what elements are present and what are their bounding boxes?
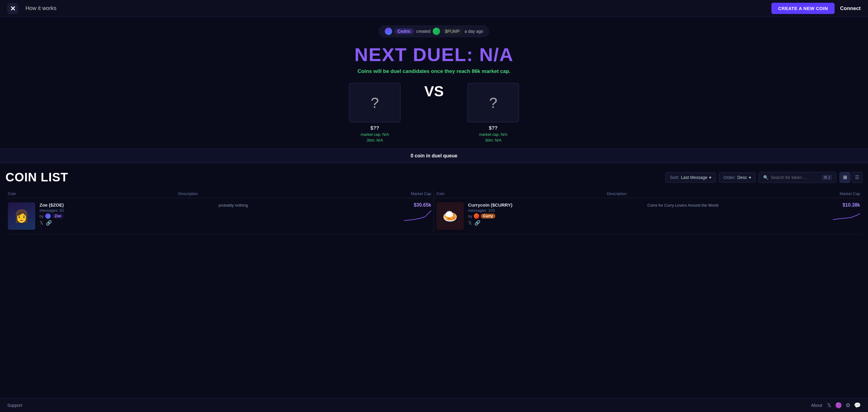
sort-bar: Sort: Last Message ▾ Order: Desc ▾ 🔍 ⌘ J… <box>665 172 863 183</box>
footer-support-link[interactable]: Support <box>7 403 22 408</box>
ticker-action: created <box>416 29 431 34</box>
hero-section: Cedric created $PUMP a day ago NEXT DUEL… <box>0 17 868 149</box>
coin-market-cap-zoe: $30.65k <box>404 202 431 208</box>
table-headers: Coin Description Market Cap Coin Descrip… <box>5 189 863 198</box>
duel-left-card: ? <box>349 83 401 122</box>
search-icon: 🔍 <box>763 175 768 180</box>
ticker-token: $PUMP <box>442 28 462 34</box>
duel-vs-label: VS <box>401 83 467 112</box>
coin-name-curry: Currycoin ($CURRY) <box>468 202 643 208</box>
footer-discord-icon[interactable]: 🟣 <box>835 402 842 409</box>
navbar: ✕ How it works CREATE A NEW COIN Connect <box>0 0 868 17</box>
create-coin-button[interactable]: CREATE A NEW COIN <box>771 3 835 14</box>
col-header-coin-left: Coin <box>5 192 176 196</box>
hero-title-value: N/A <box>479 44 514 65</box>
order-dropdown[interactable]: Order: Desc ▾ <box>719 172 756 183</box>
duel-left-market-cap: market cap: N/A <box>361 132 389 137</box>
order-chevron-icon: ▾ <box>749 175 751 180</box>
col-header-mcap-left: Market Cap <box>346 192 434 196</box>
hero-subtitle-highlight: 86k market cap. <box>472 68 510 74</box>
queue-count: 0 coin in duel queue <box>411 153 457 158</box>
sort-chevron-icon: ▾ <box>709 175 711 180</box>
coin-by-label-curry: by <box>468 214 472 218</box>
queue-banner: 0 coin in duel queue <box>0 149 868 163</box>
footer-about-link[interactable]: About <box>811 403 822 408</box>
coin-list-header: COIN LIST Sort: Last Message ▾ Order: De… <box>5 171 863 184</box>
duel-right-price: $?? <box>489 125 497 131</box>
sort-label: Sort: <box>670 175 679 180</box>
duel-right-change: 30m: N/A <box>485 138 501 143</box>
hero-title: NEXT DUEL: N/A <box>6 44 862 65</box>
coin-list-title: COIN LIST <box>5 171 660 184</box>
duel-left-price: $?? <box>371 125 379 131</box>
coin-row-curry[interactable]: 🍛 Currycoin ($CURRY) messages: 103 by Cu… <box>434 198 863 234</box>
coin-twitter-icon-zoe[interactable]: 𝕏 <box>39 220 43 226</box>
coin-creator-zoe[interactable]: Zoe <box>52 214 63 218</box>
coin-chart-curry <box>833 209 860 221</box>
duel-left-change: 30m: N/A <box>367 138 383 143</box>
coin-twitter-icon-curry[interactable]: 𝕏 <box>468 220 472 226</box>
duel-left-symbol: ? <box>371 94 379 111</box>
footer: Support About 𝕏 🟣 ⚙ 💬 <box>0 398 868 412</box>
coin-rows: 👩 Zoe ($ZOE) messages: 82 by Zoe 𝕏 🔗 pro… <box>5 198 863 234</box>
order-label: Order: <box>723 175 736 180</box>
col-header-desc-left: Description <box>176 192 346 196</box>
grid-view-button[interactable]: ⊞ <box>839 172 850 183</box>
coin-link-icon-curry[interactable]: 🔗 <box>474 220 480 226</box>
ticker-avatar <box>385 28 392 35</box>
view-toggle: ⊞ ☰ <box>839 172 863 183</box>
search-box[interactable]: 🔍 ⌘ J <box>759 172 836 183</box>
hero-subtitle: Coins will be duel candidates once they … <box>6 68 862 75</box>
coin-by-label-zoe: by <box>39 214 44 218</box>
coin-list-section: COIN LIST Sort: Last Message ▾ Order: De… <box>0 163 868 234</box>
coin-by-zoe: by Zoe <box>39 213 214 219</box>
col-header-mcap-right: Market Cap <box>775 192 863 196</box>
coin-name-zoe: Zoe ($ZOE) <box>39 202 214 208</box>
coin-mcap-area-curry: $10.38k <box>827 202 860 221</box>
coin-image-curry: 🍛 <box>436 202 464 230</box>
how-it-works-link[interactable]: How it works <box>26 5 57 11</box>
search-shortcut-badge: ⌘ J <box>822 175 832 180</box>
duel-right-market-cap: market cap: N/A <box>479 132 507 137</box>
sort-dropdown[interactable]: Sort: Last Message ▾ <box>665 172 716 183</box>
list-view-button[interactable]: ☰ <box>851 172 863 183</box>
footer-settings-icon[interactable]: ⚙ <box>845 402 850 409</box>
coin-desc-zoe: probably nothing <box>219 202 394 208</box>
duel-left: ? $?? market cap: N/A 30m: N/A <box>349 83 401 143</box>
col-header-coin-right: Coin <box>434 192 604 196</box>
footer-twitter-icon[interactable]: 𝕏 <box>827 402 832 409</box>
coin-market-cap-curry: $10.38k <box>833 202 860 208</box>
ticker-time: a day ago <box>465 29 484 34</box>
duel-right-symbol: ? <box>489 94 497 111</box>
coin-messages-curry: messages: 103 <box>468 208 643 213</box>
coin-creator-curry[interactable]: Curry <box>481 214 495 218</box>
order-value: Desc <box>737 175 747 180</box>
duel-area: ? $?? market cap: N/A 30m: N/A VS ? $?? … <box>328 83 540 149</box>
duel-right: ? $?? market cap: N/A 30m: N/A <box>467 83 519 143</box>
coin-info-curry: Currycoin ($CURRY) messages: 103 by Curr… <box>468 202 643 227</box>
logo-icon[interactable]: ✕ <box>7 3 18 14</box>
hero-title-prefix: NEXT DUEL: <box>354 44 473 65</box>
coin-link-icon-zoe[interactable]: 🔗 <box>46 220 52 226</box>
ticker-bar: Cedric created $PUMP a day ago <box>379 26 489 37</box>
footer-chat-icon[interactable]: 💬 <box>854 402 861 409</box>
duel-right-card: ? <box>467 83 519 122</box>
coin-desc-curry: Coins for Curry Lovers Around the World <box>648 202 823 208</box>
coin-chart-zoe <box>404 209 431 221</box>
col-header-desc-right: Description <box>604 192 775 196</box>
coin-info-zoe: Zoe ($ZOE) messages: 82 by Zoe 𝕏 🔗 <box>39 202 214 227</box>
sort-value: Last Message <box>681 175 707 180</box>
coin-image-zoe: 👩 <box>8 202 35 230</box>
coin-messages-zoe: messages: 82 <box>39 208 214 213</box>
ticker-token-avatar <box>433 28 440 35</box>
hero-subtitle-prefix: Coins will be duel candidates once they … <box>358 68 470 74</box>
coin-row-zoe[interactable]: 👩 Zoe ($ZOE) messages: 82 by Zoe 𝕏 🔗 pro… <box>5 198 434 234</box>
ticker-user: Cedric <box>395 28 414 34</box>
svg-text:✕: ✕ <box>10 5 16 12</box>
coin-mcap-area-zoe: $30.65k <box>398 202 431 221</box>
coin-by-curry: by Curry <box>468 213 643 219</box>
search-input[interactable] <box>771 175 819 180</box>
footer-icons: 𝕏 🟣 ⚙ 💬 <box>827 402 861 409</box>
connect-button[interactable]: Connect <box>840 5 861 11</box>
